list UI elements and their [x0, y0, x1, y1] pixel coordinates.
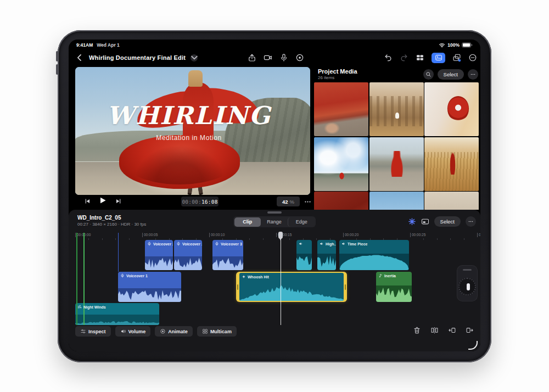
media-thumbnail-desert-spires[interactable] [369, 82, 424, 136]
pip-icon[interactable] [421, 217, 429, 226]
viewer-overlay-subtitle: Meditation in Motion [75, 134, 302, 142]
title-dropdown-button[interactable] [191, 54, 198, 61]
insert-trailing-icon[interactable] [466, 326, 474, 334]
clip-name-label: Voiceover 2 [182, 242, 202, 246]
timecode-display[interactable]: 00:00:16:08 [181, 197, 219, 206]
zoom-unit: % [290, 199, 294, 205]
insert-leading-icon[interactable] [448, 326, 456, 334]
ruler-label: 00:00:25 [410, 233, 425, 237]
media-thumbnail-dervish-red-closeup[interactable] [314, 82, 368, 136]
wind-icon [77, 305, 82, 309]
jog-knob[interactable] [467, 283, 470, 290]
blade-split-icon[interactable] [430, 326, 439, 334]
clip-name-label: Whoosh Hit [248, 275, 269, 279]
wifi-icon [439, 43, 445, 48]
media-select-button[interactable]: Select [438, 69, 464, 80]
timeline-clip-voiceover-1[interactable]: Voiceover 1 [118, 272, 181, 302]
back-icon[interactable] [75, 53, 84, 62]
project-title[interactable]: Whirling Documentary Final Edit [89, 54, 186, 61]
mic-icon [120, 273, 125, 278]
timecode-group: 08 [211, 199, 218, 205]
media-thumbnail-aerial-dervish[interactable] [424, 82, 479, 136]
undo-icon[interactable] [384, 53, 393, 62]
jog-dial[interactable] [458, 278, 476, 295]
timeline-select-button[interactable]: Select [434, 216, 461, 227]
redo-icon [400, 53, 408, 62]
media-thumbnail-golden-reeds[interactable] [424, 137, 479, 191]
timeline-clip-high-[interactable]: High… [317, 240, 336, 270]
timeline-drag-handle[interactable] [267, 211, 282, 214]
timeline-clip-voiceover-2[interactable]: Voiceover 2 [145, 240, 173, 270]
record-icon[interactable] [295, 53, 304, 62]
media-thumbnail-red-fabric[interactable] [314, 192, 368, 210]
tool-label: Animate [168, 329, 188, 334]
share-icon[interactable] [248, 53, 256, 62]
delete-clip-icon[interactable] [413, 326, 421, 334]
asterisk-icon[interactable] [408, 217, 416, 226]
top-toolbar: Whirling Documentary Final Edit [69, 49, 480, 66]
media-thumbnail-sky[interactable] [369, 192, 424, 210]
mode-edge[interactable]: Edge [288, 217, 315, 227]
media-thumbnail-sky-clouds-dervish[interactable] [314, 137, 368, 191]
viewer-more-icon[interactable] [304, 198, 312, 208]
status-bar: 9:41AM Wed Apr 1 100% [69, 40, 480, 49]
media-browser-icon[interactable] [432, 53, 445, 63]
mic-icon [215, 242, 219, 246]
media-panel-title: Project Media [318, 68, 357, 75]
status-date: Wed Apr 1 [97, 42, 120, 48]
inspect-button[interactable]: Inspect [75, 326, 111, 337]
import-media-icon[interactable] [452, 53, 461, 62]
mic-icon [176, 242, 181, 246]
timeline-clip-inertia[interactable]: Inertia [376, 272, 412, 302]
tool-label: Volume [128, 329, 146, 334]
timeline-clip-untitled[interactable] [296, 240, 312, 270]
ruler-label: 00:00:30 [477, 233, 480, 237]
zoom-value: 42 [282, 199, 288, 205]
animate-button[interactable]: Animate [155, 326, 193, 337]
media-thumbnail-dervish-arms-up[interactable] [369, 137, 424, 191]
timeline-more-icon[interactable] [466, 216, 476, 227]
camera-icon[interactable] [264, 53, 272, 62]
clip-name-label: Night Winds [83, 305, 106, 309]
play-button[interactable] [98, 196, 107, 207]
next-frame-button[interactable] [115, 197, 122, 207]
playhead-handle[interactable] [278, 232, 283, 239]
timeline-clip-night-winds[interactable]: Night Winds [75, 303, 159, 325]
viewer-overlay-title: WHIRLING [75, 101, 302, 130]
jog-wheel[interactable] [457, 266, 477, 301]
zoom-level-control[interactable]: 42% [277, 197, 300, 206]
volume-down-button [56, 64, 58, 75]
remove-icon[interactable] [468, 53, 477, 62]
volume-button[interactable]: Volume [115, 326, 151, 337]
transport-bar: 00:00:16:08 42% [75, 195, 310, 209]
mic-icon[interactable] [279, 53, 288, 62]
timeline-ruler[interactable]: 00:00:0000:00:0500:00:1000:00:1500:00:20… [69, 232, 480, 240]
media-thumbnail-sand[interactable] [424, 192, 479, 210]
timeline-clip-voiceover-3[interactable]: Voiceover 3 [212, 240, 243, 270]
speaker-icon [320, 242, 324, 246]
timecode-group: 00: [192, 199, 201, 205]
mic-icon [147, 242, 152, 246]
timeline-clip-time-piece[interactable]: Time Piece [339, 240, 409, 270]
multicam-button[interactable]: Multicam [197, 326, 237, 337]
jog-grip[interactable] [463, 269, 472, 271]
mode-range[interactable]: Range [261, 217, 288, 227]
multiview-icon[interactable] [416, 53, 424, 62]
selection-mode-control: ClipRangeEdge [233, 216, 316, 227]
timeline-clip-meta: 00:27 · 3840 × 2160 · HDR · 30 fps [77, 222, 146, 227]
battery-icon [462, 42, 473, 48]
media-more-icon[interactable] [468, 69, 478, 80]
chevron-down-icon [190, 53, 199, 62]
search-icon[interactable] [423, 69, 434, 80]
timeline-clip-whoosh-hit[interactable]: Whoosh Hit [236, 272, 347, 302]
previous-frame-button[interactable] [84, 197, 91, 207]
timecode-group: 16: [201, 199, 211, 205]
status-time: 9:41AM [76, 42, 93, 48]
playhead-line[interactable] [281, 232, 281, 325]
range-marker-line [83, 233, 85, 325]
ipad-screen: 9:41AM Wed Apr 1 100% Whirling Documenta… [69, 40, 480, 351]
mode-clip[interactable]: Clip [234, 217, 261, 227]
page-background: 9:41AM Wed Apr 1 100% Whirling Documenta… [0, 0, 549, 392]
tool-label: Inspect [88, 329, 106, 334]
timeline-clip-voiceover-2[interactable]: Voiceover 2 [174, 240, 202, 270]
